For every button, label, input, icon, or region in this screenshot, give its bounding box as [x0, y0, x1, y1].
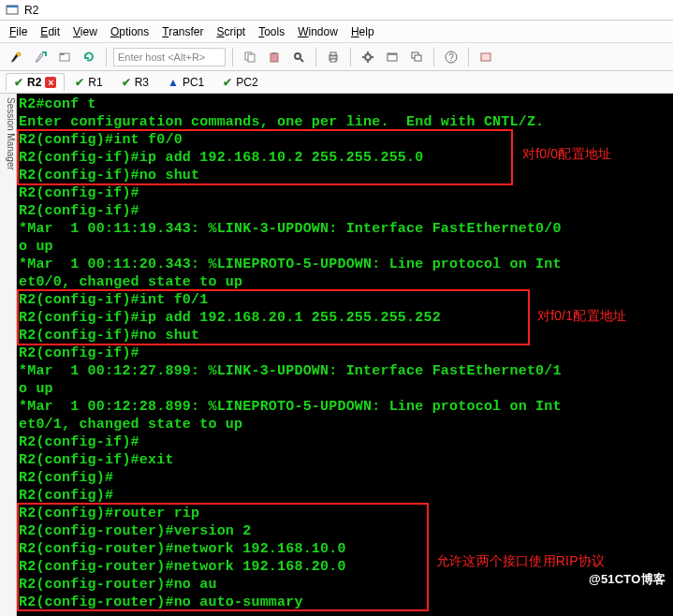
svg-line-10	[300, 59, 303, 62]
quick-connect-icon[interactable]	[30, 47, 51, 67]
session-manager-sidebar[interactable]: Session Manager	[0, 94, 17, 616]
svg-point-2	[17, 52, 21, 56]
check-icon: ✔	[14, 76, 23, 89]
toolbar-divider	[315, 48, 316, 66]
terminal-line: R2#conf t	[19, 95, 671, 113]
menubar: File Edit View Options Transfer Script T…	[0, 21, 673, 43]
connect-icon[interactable]	[6, 47, 26, 67]
tab-pc2[interactable]: ✔PC2	[214, 73, 266, 91]
copy-icon[interactable]	[240, 47, 260, 67]
tab-label: R3	[135, 76, 149, 89]
check-icon: ✔	[75, 76, 84, 89]
svg-rect-25	[481, 53, 490, 61]
svg-rect-1	[7, 6, 18, 7]
new-window-icon[interactable]	[382, 47, 402, 67]
terminal-line: *Mar 1 00:12:28.899: %LINEPROTO-5-UPDOWN…	[19, 398, 671, 416]
toolbar-divider	[106, 48, 107, 66]
terminal-line: R2(config-router)#network 192.168.20.0	[19, 558, 671, 576]
app-icon	[6, 4, 19, 17]
terminal-line: R2(config-if)#	[19, 345, 671, 362]
svg-point-14	[365, 54, 371, 60]
terminal-line: et0/0, changed state to up	[19, 273, 671, 291]
terminal-line: R2(config-router)#network 192.168.10.0	[19, 540, 671, 558]
workspace: Session Manager R2#conf t Enter configur…	[0, 94, 673, 616]
titlebar: R2	[0, 0, 673, 21]
svg-point-9	[295, 53, 300, 59]
tab-r3[interactable]: ✔R3	[113, 73, 157, 91]
toolbar-divider	[433, 48, 434, 66]
terminal-line: *Mar 1 00:12:27.899: %LINK-3-UPDOWN: Int…	[19, 362, 671, 380]
menu-view[interactable]: View	[73, 25, 97, 38]
terminal-line: R2(config-if)#ip add 192.168.10.2 255.25…	[19, 149, 671, 167]
svg-rect-4	[60, 53, 65, 55]
connect-tab-icon[interactable]	[54, 47, 75, 67]
terminal-line: R2(config-if)#no shut	[19, 327, 671, 345]
terminal-line: R2(config)#router rip	[19, 505, 671, 522]
svg-rect-12	[330, 52, 336, 55]
terminal-line: R2(config-if)#int f0/1	[19, 291, 671, 309]
reconnect-icon[interactable]	[79, 47, 99, 67]
svg-rect-8	[272, 52, 276, 54]
host-placeholder: Enter host <Alt+R>	[118, 51, 205, 63]
window-title: R2	[24, 4, 38, 17]
menu-file[interactable]: File	[9, 25, 27, 38]
tab-label: PC1	[183, 76, 204, 89]
host-input[interactable]: Enter host <Alt+R>	[113, 48, 226, 66]
help-icon[interactable]: ?	[441, 47, 461, 67]
terminal-line: et0/1, changed state to up	[19, 416, 671, 433]
terminal-line: R2(config-router)#version 2	[19, 522, 671, 540]
session-tabs: ✔R2× ✔R1 ✔R3 ▲PC1 ✔PC2	[0, 71, 673, 94]
check-icon: ✔	[122, 76, 131, 89]
tab-r2[interactable]: ✔R2×	[6, 73, 65, 91]
terminal-line: R2(config-if)#	[19, 433, 671, 451]
toolbar-divider	[350, 48, 351, 66]
terminal-line: R2(config-if)#	[19, 184, 671, 202]
terminal-line: *Mar 1 00:11:20.343: %LINEPROTO-5-UPDOWN…	[19, 256, 671, 273]
menu-window[interactable]: Window	[298, 25, 338, 38]
toolbar-divider	[468, 48, 469, 66]
tab-pc1[interactable]: ▲PC1	[159, 73, 212, 91]
terminal[interactable]: R2#conf t Enter configuration commands, …	[17, 94, 673, 616]
cascade-icon[interactable]	[406, 47, 427, 67]
print-icon[interactable]	[323, 47, 344, 67]
menu-tools[interactable]: Tools	[258, 25, 285, 38]
tab-label: R2	[27, 76, 41, 89]
terminal-line: R2(config-router)#no au	[19, 576, 671, 594]
terminal-line: R2(config-router)#no auto-summary	[19, 594, 671, 611]
toolbar: Enter host <Alt+R> ?	[0, 43, 673, 71]
terminal-line: R2(config-if)#ip add 192.168.20.1 255.25…	[19, 309, 671, 327]
terminal-line: Enter configuration commands, one per li…	[19, 113, 671, 131]
terminal-line: R2(config)#int f0/0	[19, 131, 671, 149]
svg-rect-20	[388, 53, 397, 55]
toggle-icon[interactable]	[475, 47, 496, 67]
terminal-line: R2(config)#	[19, 469, 671, 487]
tab-label: PC2	[236, 76, 257, 89]
watermark: @51CTO博客	[589, 570, 666, 588]
menu-transfer[interactable]: Transfer	[162, 25, 203, 38]
tab-r1[interactable]: ✔R1	[66, 73, 110, 91]
svg-rect-22	[415, 55, 421, 61]
close-icon[interactable]: ×	[45, 77, 56, 88]
menu-help[interactable]: Help	[351, 25, 374, 38]
terminal-line: R2(config-if)#no shut	[19, 167, 671, 184]
settings-icon[interactable]	[358, 47, 378, 67]
menu-script[interactable]: Script	[217, 25, 246, 38]
svg-rect-6	[248, 54, 255, 62]
terminal-line: R2(config-if)#exit	[19, 451, 671, 469]
menu-options[interactable]: Options	[110, 25, 149, 38]
terminal-line: o up	[19, 238, 671, 256]
menu-edit[interactable]: Edit	[40, 25, 60, 38]
find-icon[interactable]	[288, 47, 309, 67]
check-icon: ✔	[223, 76, 232, 89]
svg-text:?: ?	[448, 52, 454, 63]
terminal-line: o up	[19, 380, 671, 398]
svg-rect-7	[271, 53, 278, 62]
toolbar-divider	[232, 48, 233, 66]
tab-label: R1	[88, 76, 102, 89]
paste-icon[interactable]	[264, 47, 285, 67]
terminal-line: R2(config-if)#	[19, 202, 671, 220]
sidebar-label: Session Manager	[6, 97, 16, 170]
terminal-line: R2(config)#	[19, 487, 671, 505]
warn-icon: ▲	[168, 76, 179, 89]
svg-rect-13	[330, 59, 336, 62]
